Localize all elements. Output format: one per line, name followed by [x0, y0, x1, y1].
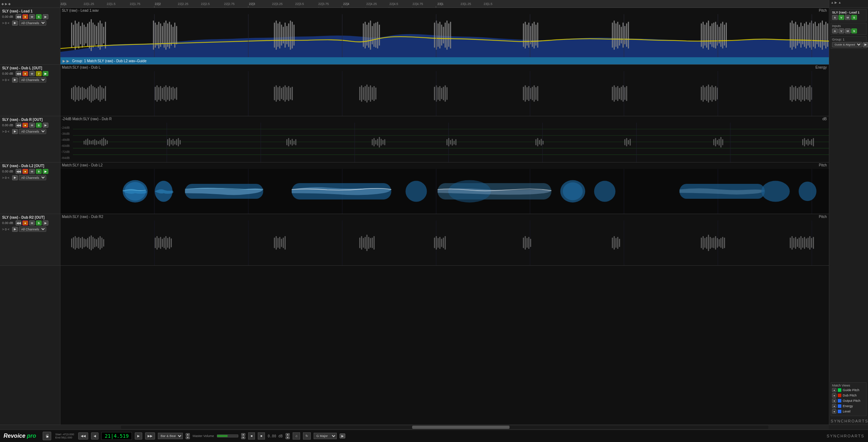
track-3-extra-btn[interactable]: ▶	[43, 123, 48, 128]
back-btn[interactable]: ◀◀	[78, 432, 88, 440]
track-4-num-btn[interactable]: 9	[36, 169, 42, 174]
track-lane-3[interactable]: -24dB Match:SLY (raw) - Dub R dB -24dB -…	[60, 116, 829, 163]
track-2-m-btn[interactable]: M	[29, 71, 35, 76]
input-a-btn[interactable]: A	[832, 28, 838, 33]
track-5-rewind-btn[interactable]: ◀◀	[16, 220, 21, 225]
track-lane-5[interactable]: Match:SLY (raw) - Dub R2 Pitch	[60, 214, 829, 266]
track-5-channels[interactable]: All Channels	[19, 227, 46, 232]
track-3-record-btn[interactable]: ●	[22, 123, 28, 128]
right-panel-track-name: SLY (raw) - Lead 1	[832, 11, 865, 14]
key-arrow-btn[interactable]: ▶	[340, 433, 345, 438]
track-2-waveform	[60, 71, 829, 116]
track-1-record-btn[interactable]: ●	[22, 14, 28, 19]
svg-rect-471	[800, 236, 802, 250]
group-arrow-btn[interactable]: ▶	[863, 42, 868, 47]
track-1-m-btn[interactable]: M	[29, 14, 35, 19]
track-1-channels[interactable]: All Channels	[19, 20, 46, 26]
level-eye[interactable]: ■	[832, 409, 836, 414]
track-3-rewind-btn[interactable]: ◀◀	[16, 123, 21, 128]
guide-pitch-eye[interactable]: ■	[832, 388, 836, 392]
track-5-m-btn[interactable]: M	[29, 220, 35, 225]
track-2-channels[interactable]: All Channels	[19, 77, 46, 82]
right-v-btn[interactable]: V	[838, 15, 844, 20]
svg-text:▶: ▶	[47, 435, 49, 438]
svg-rect-250	[703, 85, 704, 102]
right-panel: SLY (raw) - Lead 1 A V M S Inputs A V M …	[829, 8, 868, 425]
track-lane-4[interactable]: Match:SLY (raw) - Dub L2 Pitch	[60, 163, 829, 214]
bar-beats-dropdown[interactable]: Bar & Beats	[158, 433, 183, 439]
match-view-energy: ■ Energy	[832, 404, 865, 408]
svg-rect-347	[719, 139, 720, 145]
group-bar-arrow[interactable]: ▶ ▶	[63, 59, 69, 63]
scrollbar-area	[0, 425, 868, 430]
svg-rect-121	[626, 23, 627, 47]
track-3-arrow-btn[interactable]: ▶	[12, 129, 18, 134]
vol-down-btn[interactable]: ▼	[241, 436, 245, 439]
track-5-extra-btn[interactable]: ▶	[43, 220, 48, 225]
svg-rect-394	[80, 238, 81, 247]
scrollbar-thumb[interactable]	[412, 426, 509, 429]
transport-icon-btn[interactable]: ▶	[43, 432, 51, 440]
track-control-5: SLY (raw) - Dub R2 [OUT] 0.00 dB ◀◀ ● M …	[0, 214, 60, 266]
svg-rect-96	[437, 23, 438, 47]
track-lane-1[interactable]: SLY (raw) - Lead 1.wav Pitch	[60, 8, 829, 65]
track-1-s-btn[interactable]: S	[36, 14, 42, 19]
master-volume-slider[interactable]	[217, 435, 238, 437]
track-3-channels[interactable]: All Channels	[19, 129, 46, 134]
track-2-num-btn[interactable]: 7	[36, 71, 42, 76]
scrollbar-track[interactable]	[121, 426, 768, 429]
track-4-rewind-btn[interactable]: ◀◀	[16, 169, 21, 174]
output-pitch-eye[interactable]: ■	[832, 399, 836, 403]
bar-down-btn[interactable]: ▼	[186, 436, 190, 439]
right-panel-group-row: Guide & Aligned ▶	[832, 42, 865, 47]
input-s-btn[interactable]: S	[851, 28, 857, 33]
track-1-arrow-btn[interactable]: ▶	[12, 21, 18, 26]
svg-rect-170	[73, 87, 74, 100]
track-5-s-btn[interactable]: S	[36, 220, 42, 225]
svg-rect-231	[523, 87, 524, 100]
right-s-btn[interactable]: S	[851, 15, 857, 20]
track-4-channels[interactable]: All Channels	[19, 175, 46, 180]
dub-pitch-eye[interactable]: ■	[832, 393, 836, 398]
track-5-record-btn[interactable]: ●	[22, 220, 28, 225]
group-aligned-dropdown[interactable]: Guide & Aligned	[832, 42, 862, 47]
key-dropdown[interactable]: G Major	[314, 433, 337, 439]
input-m-btn[interactable]: M	[845, 28, 851, 33]
metronome-btn[interactable]: ♫	[293, 432, 300, 440]
track-1-extra-btn[interactable]: ▶	[43, 14, 48, 19]
track-2-rewind-btn[interactable]: ◀◀	[16, 71, 21, 76]
scroll-mode-btn[interactable]: ■	[258, 432, 265, 440]
energy-eye[interactable]: ■	[832, 404, 836, 408]
group-bar-1[interactable]: ▶ ▶ Group: 1 Match:SLY (raw) - Dub L2.wa…	[60, 57, 829, 64]
bar-up-btn[interactable]: ▲	[186, 433, 190, 436]
svg-rect-420	[277, 238, 278, 247]
transport-forward-btn[interactable]: ▶	[135, 432, 142, 440]
track-lane-2[interactable]: Match:SLY (raw) - Dub L Energy	[60, 65, 829, 116]
right-m-btn[interactable]: M	[845, 15, 851, 20]
track-3-s-btn[interactable]: S	[36, 123, 42, 128]
svg-rect-422	[281, 239, 282, 247]
track-4-arrow-btn[interactable]: ▶	[12, 175, 18, 180]
track-2-record-btn[interactable]: ●	[22, 71, 28, 76]
svg-rect-187	[103, 88, 104, 98]
track-5-arrow-btn[interactable]: ▶	[12, 227, 18, 232]
right-a-btn[interactable]: A	[832, 15, 838, 20]
input-v-btn[interactable]: V	[838, 28, 844, 33]
db-up-btn[interactable]: ▲	[286, 433, 290, 436]
no-scroll-btn[interactable]: ■	[248, 432, 255, 440]
db-down-btn[interactable]: ▼	[286, 436, 290, 439]
track-4-m-btn[interactable]: M	[29, 169, 35, 174]
track-4-s-btn[interactable]: ▶	[43, 169, 48, 174]
loop-btn[interactable]: ↻	[303, 432, 311, 440]
svg-rect-348	[720, 137, 721, 148]
track-1-rewind-btn[interactable]: ◀◀	[16, 14, 21, 19]
transport-back-btn[interactable]: ◀	[91, 432, 98, 440]
time-display: 21|4.519	[101, 432, 132, 440]
track-4-record-btn[interactable]: ●	[22, 169, 28, 174]
track-3-m-btn[interactable]: M	[29, 123, 35, 128]
track-2-arrow-btn[interactable]: ▶	[12, 78, 18, 82]
transport-skip-btn[interactable]: ▶▶	[145, 432, 155, 440]
track-2-s-btn[interactable]: ▶	[43, 71, 48, 76]
vol-up-btn[interactable]: ▲	[241, 433, 245, 436]
svg-rect-205	[279, 86, 280, 101]
